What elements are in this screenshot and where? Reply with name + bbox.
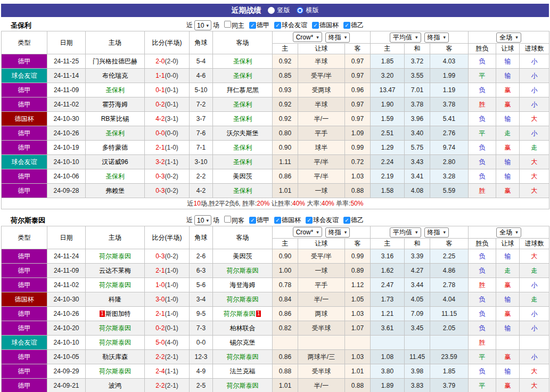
match-count-select[interactable]: 10▾ [194,20,211,30]
fulltime-score: 2-1 [155,144,165,151]
score-cell: 3-0(1-0) [145,292,190,307]
score-cell: 2-1(1-0) [145,264,190,278]
final-odds-select[interactable]: 终指▾ [424,227,449,238]
average-odds-cell: 5.41 [430,112,469,126]
league-checkbox[interactable]: ✓ [343,22,350,29]
home-team-name: 门兴格拉德巴赫 [93,58,137,65]
crow-odds-cell: 平手 [298,278,345,292]
league-checkbox-option[interactable]: ✓德乙 [340,216,364,225]
table-row: 德甲24-09-28弗赖堡0-3(0-2)4-2圣保利1.01一球0.881.5… [2,184,549,198]
result-value: 负 [479,310,486,317]
sub-column-header: 胜负 [469,44,496,54]
home-team-cell: 霍芬海姆 [86,97,145,112]
league-checkbox-option[interactable]: ✓德乙 [340,21,364,30]
league-badge: 德甲 [2,364,47,378]
league-checkbox[interactable]: ✓ [274,217,281,224]
crow-odds-cell: 0.72 [345,155,371,169]
league-checkbox[interactable]: ✓ [343,217,350,224]
corner-cell: 4-9 [190,364,213,379]
result-value: 赢 [505,187,511,194]
radio-vertical-layout[interactable]: 竖版 [268,6,290,15]
match-count-select-value: 10 [197,217,204,224]
corner-cell: 0-0 [190,336,213,350]
final-odds-select[interactable]: 终指▾ [325,32,350,43]
result-cell: 小 [520,54,549,69]
match-count-select[interactable]: 10▾ [194,215,211,225]
league-badge: 德国杯 [2,292,47,306]
halftime-score: (1-0) [165,296,178,303]
result-value: 输 [505,324,511,332]
league-checkbox-option[interactable]: ✓德国杯 [309,21,339,30]
final-odds-select[interactable]: 终指▾ [325,227,350,238]
result-value: 负 [479,296,486,303]
away-team-name: 美因茨 [233,252,252,260]
fullmatch-select[interactable]: 全场▾ [496,32,521,43]
average-odds-cell: 2.47 [371,278,405,292]
result-cell: 小 [520,350,549,364]
away-team-cell: 沃尔夫斯堡 [213,126,273,141]
result-cell: 负 [469,141,496,155]
away-team-cell: 荷尔斯泰因 [213,264,273,278]
same-side-checkbox-option[interactable]: 同主 [221,21,244,30]
fullmatch-group-header: 全场▾ [469,226,549,239]
average-odds-cell: 5.75 [405,141,430,155]
result-value: 小 [531,281,538,289]
average-select[interactable]: 平均值▾ [390,227,421,238]
footer-summary: 近10场,胜2平2负6, 胜率:20% 让胜率:40% 大率:40% 单率:50… [2,198,549,209]
corner-cell: 6-3 [190,264,213,278]
crow-odds-cell [345,336,371,350]
result-value: 小 [531,86,538,94]
league-checkbox[interactable]: ✓ [306,217,313,224]
league-checkbox[interactable]: ✓ [274,22,281,29]
league-checkbox-option[interactable]: ✓德甲 [246,21,269,30]
crow-odds-cell: 1.03 [345,350,371,364]
league-checkbox-option[interactable]: ✓球会友谊 [302,216,339,225]
fullmatch-select[interactable]: 全场▾ [496,227,521,238]
crow-odds-cell: 0.90 [273,249,298,264]
radio-horizontal-label: 横版 [306,6,319,15]
away-team-cell: 圣保利 [213,184,273,198]
sub-column-header: 胜负 [469,239,496,249]
league-checkbox-option[interactable]: ✓球会友谊 [271,21,307,30]
final-odds-select[interactable]: 终指▾ [424,32,449,43]
sub-column-header: 让球 [496,239,520,249]
home-team-name: 荷尔斯泰因 [99,252,131,260]
home-team-cell: 弗赖堡 [86,184,145,198]
away-team-name: 荷尔斯泰因 [224,310,256,317]
corner-cell: 7-2 [190,97,213,112]
radio-horizontal-layout[interactable]: 横版 [297,6,319,15]
result-cell: 赢 [496,141,520,155]
average-select[interactable]: 平均值▾ [390,32,421,43]
average-odds-cell: 4.86 [430,264,469,278]
league-checkbox[interactable]: ✓ [249,22,256,29]
crow-select[interactable]: Crow*▾ [293,32,322,42]
home-team-cell: 圣保利 [86,126,145,141]
corner-cell: 5-4 [190,54,213,69]
crow-select[interactable]: Crow*▾ [293,227,322,237]
home-team-cell: 荷尔斯泰因 [86,278,145,292]
average-odds-cell [430,336,469,350]
same-side-checkbox-option[interactable]: 同客 [221,216,244,225]
average-odds-cell: 1.59 [371,112,405,126]
league-checkbox-option[interactable]: ✓德甲 [246,216,269,225]
footer-stat-value: 20% [257,200,269,207]
league-badge: 德甲 [2,278,47,292]
date-cell: 24-09-29 [47,364,86,379]
final-odds-select-value: 终指 [428,33,440,42]
average-odds-cell: 1.62 [371,264,405,278]
league-checkbox[interactable]: ✓ [312,22,319,29]
crow-odds-cell [273,336,298,350]
away-team-cell: 荷尔斯泰因 [213,379,273,392]
result-cell [496,336,520,350]
league-type-cell: 德甲 [2,321,47,336]
average-odds-cell: 11.45 [405,350,430,364]
league-checkbox[interactable]: ✓ [249,217,256,224]
result-cell: 平 [469,69,496,83]
home-team-name: 布伦瑞克 [102,72,128,79]
footer-stat-value: 50% [350,200,363,207]
league-type-cell: 德甲 [2,278,47,292]
corner-cell: 5-6 [190,278,213,292]
league-checkbox-option[interactable]: ✓德国杯 [271,216,301,225]
same-side-checkbox[interactable] [224,21,231,28]
same-side-checkbox[interactable] [224,216,231,223]
